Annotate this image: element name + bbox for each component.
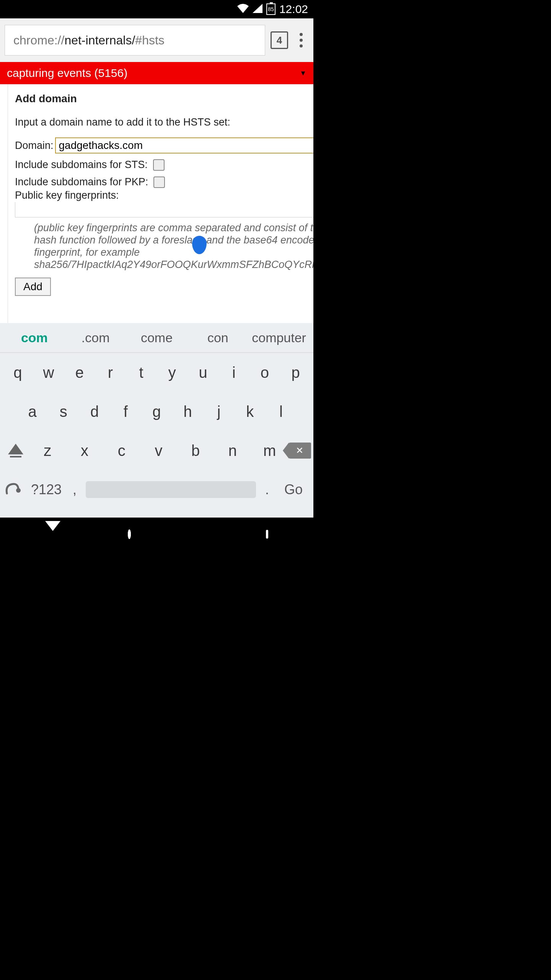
suggestion[interactable]: .com — [65, 330, 126, 345]
keyboard-switch-button[interactable] — [266, 531, 268, 538]
include-sts-label: Include subdomains for STS: — [15, 159, 148, 171]
url-scheme: chrome:// — [13, 33, 64, 47]
key-row-4: ?123 , . Go — [0, 470, 313, 509]
pkf-input[interactable] — [15, 202, 313, 217]
key-a[interactable]: a — [17, 403, 48, 420]
pkf-label: Public key fingerprints: — [15, 189, 313, 201]
numbers-key[interactable]: ?123 — [29, 482, 64, 498]
key-y[interactable]: y — [157, 364, 188, 381]
include-sts-checkbox[interactable] — [153, 159, 165, 171]
section-heading: Add domain — [15, 93, 313, 105]
key-q[interactable]: q — [2, 364, 33, 381]
key-u[interactable]: u — [187, 364, 218, 381]
add-button[interactable]: Add — [15, 278, 51, 296]
key-p[interactable]: p — [280, 364, 311, 381]
key-k[interactable]: k — [235, 403, 266, 420]
include-pkp-label: Include subdomains for PKP: — [15, 176, 148, 188]
suggestion[interactable]: com — [4, 330, 65, 345]
svg-point-0 — [16, 488, 21, 493]
key-r[interactable]: r — [95, 364, 126, 381]
android-status-bar: 85 12:02 — [0, 0, 313, 18]
key-row-2: a s d f g h j k l — [0, 392, 313, 431]
capture-status-text: capturing events (5156) — [7, 67, 127, 80]
key-c[interactable]: c — [103, 442, 140, 459]
sidebar-nav: Capture Export Import Proxy Events Timel… — [0, 84, 8, 323]
key-row-1: q w e r t y u i o p — [0, 353, 313, 392]
key-b[interactable]: b — [177, 442, 214, 459]
net-internals-page: Capture Export Import Proxy Events Timel… — [0, 84, 313, 323]
clock: 12:02 — [279, 3, 308, 16]
swype-icon[interactable] — [5, 480, 28, 499]
shift-key[interactable] — [2, 444, 29, 457]
android-nav-bar — [0, 518, 313, 551]
suggestion[interactable]: con — [187, 330, 248, 345]
key-x[interactable]: x — [66, 442, 103, 459]
key-s[interactable]: s — [48, 403, 79, 420]
capture-status-banner[interactable]: capturing events (5156) ▼ — [0, 62, 313, 84]
space-key[interactable] — [86, 481, 256, 498]
suggestion-bar: com .com come con computer — [0, 323, 313, 353]
key-i[interactable]: i — [218, 364, 249, 381]
key-z[interactable]: z — [29, 442, 66, 459]
key-d[interactable]: d — [79, 403, 110, 420]
instruction-text: Input a domain name to add it to the HST… — [15, 116, 313, 128]
wifi-icon — [237, 3, 249, 16]
url-host: net-internals/ — [64, 33, 135, 47]
key-row-3: z x c v b n m ✕ — [0, 431, 313, 470]
include-pkp-checkbox[interactable] — [153, 176, 165, 188]
key-e[interactable]: e — [64, 364, 95, 381]
chrome-omnibox-bar: chrome://net-internals/#hsts 4 — [0, 18, 313, 62]
url-hash: #hsts — [135, 33, 164, 47]
home-button[interactable] — [128, 531, 131, 538]
battery-icon: 85 — [266, 3, 276, 15]
key-f[interactable]: f — [110, 403, 141, 420]
key-w[interactable]: w — [33, 364, 64, 381]
dropdown-arrow-icon: ▼ — [300, 69, 306, 77]
key-v[interactable]: v — [140, 442, 177, 459]
soft-keyboard: com .com come con computer q w e r t y u… — [0, 323, 313, 518]
suggestion[interactable]: come — [126, 330, 187, 345]
key-l[interactable]: l — [266, 403, 297, 420]
pkf-help-text: (public key fingerprints are comma separ… — [15, 217, 313, 271]
back-button[interactable] — [45, 531, 60, 538]
url-input[interactable]: chrome://net-internals/#hsts — [5, 25, 265, 56]
hsts-content: Add domain Input a domain name to add it… — [8, 84, 313, 323]
domain-input[interactable] — [55, 137, 313, 154]
key-o[interactable]: o — [249, 364, 280, 381]
tab-count: 4 — [277, 34, 282, 46]
key-t[interactable]: t — [126, 364, 157, 381]
tab-switcher-button[interactable]: 4 — [271, 31, 288, 49]
period-key[interactable]: . — [258, 482, 277, 498]
key-h[interactable]: h — [172, 403, 203, 420]
key-j[interactable]: j — [203, 403, 234, 420]
key-n[interactable]: n — [214, 442, 251, 459]
overflow-menu-button[interactable] — [293, 33, 309, 47]
key-g[interactable]: g — [141, 403, 172, 420]
comma-key[interactable]: , — [65, 482, 84, 498]
domain-label: Domain: — [15, 140, 54, 152]
cell-signal-icon — [253, 3, 262, 16]
suggestion[interactable]: computer — [248, 330, 310, 345]
backspace-key[interactable]: ✕ — [288, 443, 311, 459]
go-key[interactable]: Go — [278, 482, 309, 498]
